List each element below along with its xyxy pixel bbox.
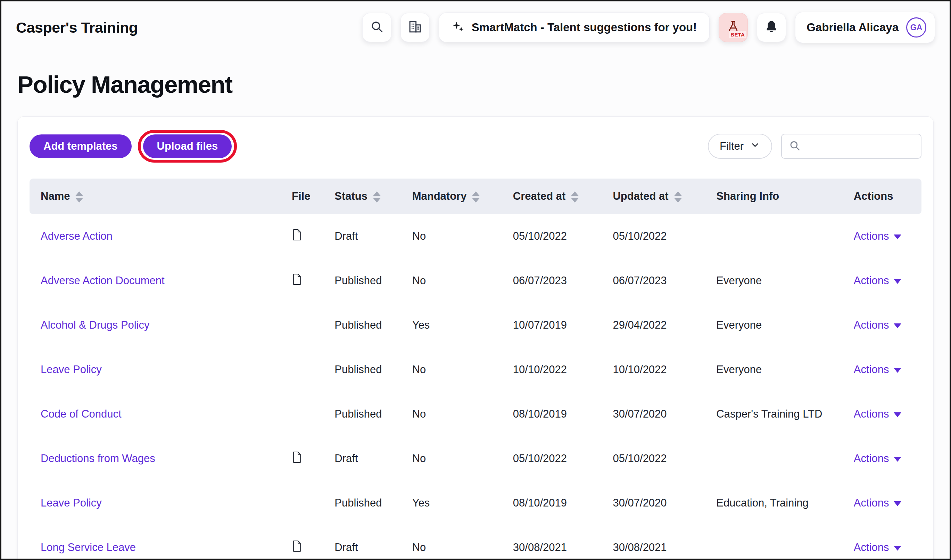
cell-status: Published <box>334 363 382 375</box>
cell-created_at: 10/07/2019 <box>513 319 567 331</box>
cell-mandatory: No <box>412 363 426 375</box>
search-input[interactable] <box>805 141 914 152</box>
upload-files-button[interactable]: Upload files <box>143 134 232 158</box>
user-menu[interactable]: Gabriella Alicaya GA <box>795 12 935 43</box>
cell-created_at: 10/10/2022 <box>513 363 567 375</box>
cell-sharing_info: Casper's Training LTD <box>716 408 822 420</box>
caret-down-icon <box>894 279 901 284</box>
cell-created_at: 08/10/2019 <box>513 408 567 420</box>
cell-updated_at: 29/04/2022 <box>613 319 666 331</box>
caret-down-icon <box>894 457 901 462</box>
row-actions-button[interactable]: Actions <box>854 319 902 331</box>
cell-sharing_info: Everyone <box>716 363 762 375</box>
row-actions-button[interactable]: Actions <box>854 497 902 509</box>
policy-name-link[interactable]: Long Service Leave <box>41 541 136 554</box>
column-header-created_at[interactable]: Created at <box>513 178 613 214</box>
actions-label: Actions <box>854 452 889 465</box>
smartmatch-button[interactable]: SmartMatch - Talent suggestions for you! <box>439 12 709 42</box>
caret-down-icon <box>894 546 901 551</box>
policy-name-link[interactable]: Leave Policy <box>41 363 102 375</box>
notifications-button[interactable] <box>757 13 786 42</box>
column-header-updated_at[interactable]: Updated at <box>613 178 716 214</box>
column-header-status[interactable]: Status <box>334 178 412 214</box>
table-row: Adverse ActionDraftNo05/10/202205/10/202… <box>29 214 922 258</box>
caret-down-icon <box>894 234 901 239</box>
policy-name-link[interactable]: Adverse Action Document <box>41 274 165 286</box>
organisation-button[interactable] <box>400 13 430 42</box>
cell-mandatory: No <box>412 230 426 242</box>
column-header-sharing_info: Sharing Info <box>716 178 853 214</box>
sort-icon[interactable] <box>75 191 83 203</box>
caret-down-icon <box>894 501 901 506</box>
beta-labs-button[interactable]: BETA <box>719 13 748 42</box>
bell-icon <box>764 20 779 35</box>
cell-sharing_info: Education, Training <box>716 497 808 509</box>
cell-mandatory: No <box>412 408 426 420</box>
actions-label: Actions <box>854 408 889 420</box>
table-row: Leave PolicyPublishedYes08/10/201930/07/… <box>29 481 922 525</box>
policy-card: Add templates Upload files Filter <box>17 116 934 560</box>
sort-icon[interactable] <box>571 191 579 203</box>
card-toolbar: Add templates Upload files Filter <box>29 130 922 163</box>
policy-table-body: Adverse ActionDraftNo05/10/202205/10/202… <box>29 214 922 560</box>
caret-down-icon <box>894 323 901 328</box>
table-row: Code of ConductPublishedNo08/10/201930/0… <box>29 392 922 436</box>
actions-label: Actions <box>854 319 889 331</box>
filter-label: Filter <box>720 140 744 152</box>
avatar: GA <box>906 17 926 37</box>
cell-updated_at: 06/07/2023 <box>613 274 666 286</box>
file-icon <box>292 540 302 552</box>
row-actions-button[interactable]: Actions <box>854 408 902 420</box>
column-header-label: Name <box>41 190 70 202</box>
column-header-label: File <box>292 190 310 202</box>
table-row: Adverse Action DocumentPublishedNo06/07/… <box>29 258 922 303</box>
cell-updated_at: 10/10/2022 <box>613 363 666 375</box>
cell-updated_at: 30/08/2021 <box>613 541 666 554</box>
row-actions-button[interactable]: Actions <box>854 274 902 287</box>
building-icon <box>408 20 422 35</box>
policy-name-link[interactable]: Code of Conduct <box>41 408 122 420</box>
caret-down-icon <box>894 368 901 373</box>
row-actions-button[interactable]: Actions <box>854 363 902 376</box>
page-title: Policy Management <box>17 71 949 98</box>
table-search <box>781 134 922 159</box>
topbar-actions: SmartMatch - Talent suggestions for you!… <box>362 12 935 43</box>
actions-label: Actions <box>854 363 889 376</box>
table-header: NameFileStatusMandatoryCreated atUpdated… <box>29 178 922 214</box>
cell-status: Published <box>334 408 382 420</box>
annotation-highlight-ring: Upload files <box>138 130 237 163</box>
column-header-name[interactable]: Name <box>29 178 292 214</box>
column-header-label: Created at <box>513 190 566 202</box>
table-header-row: NameFileStatusMandatoryCreated atUpdated… <box>29 178 922 214</box>
row-actions-button[interactable]: Actions <box>854 541 902 554</box>
policy-table: NameFileStatusMandatoryCreated atUpdated… <box>29 178 922 560</box>
cell-created_at: 05/10/2022 <box>513 452 567 465</box>
search-button[interactable] <box>362 13 391 42</box>
policy-name-link[interactable]: Leave Policy <box>41 497 102 509</box>
caret-down-icon <box>894 412 901 417</box>
sort-icon[interactable] <box>373 191 381 203</box>
column-header-mandatory[interactable]: Mandatory <box>412 178 513 214</box>
add-templates-button[interactable]: Add templates <box>29 134 132 158</box>
actions-label: Actions <box>854 274 889 287</box>
search-icon <box>370 20 384 35</box>
filter-button[interactable]: Filter <box>708 134 772 159</box>
sort-icon[interactable] <box>674 191 682 203</box>
cell-updated_at: 30/07/2020 <box>613 497 666 509</box>
cell-created_at: 08/10/2019 <box>513 497 567 509</box>
cell-updated_at: 05/10/2022 <box>613 230 666 242</box>
policy-name-link[interactable]: Alcohol & Drugs Policy <box>41 319 150 331</box>
cell-status: Published <box>334 274 382 286</box>
cell-status: Published <box>334 319 382 331</box>
cell-mandatory: No <box>412 452 426 465</box>
policy-name-link[interactable]: Adverse Action <box>41 230 112 242</box>
policy-name-link[interactable]: Deductions from Wages <box>41 452 155 465</box>
row-actions-button[interactable]: Actions <box>854 230 902 243</box>
sort-icon[interactable] <box>472 191 480 203</box>
cell-created_at: 05/10/2022 <box>513 230 567 242</box>
cell-updated_at: 30/07/2020 <box>613 408 666 420</box>
row-actions-button[interactable]: Actions <box>854 452 902 465</box>
column-header-label: Sharing Info <box>716 190 779 202</box>
cell-status: Draft <box>334 541 358 554</box>
file-icon <box>292 273 302 286</box>
